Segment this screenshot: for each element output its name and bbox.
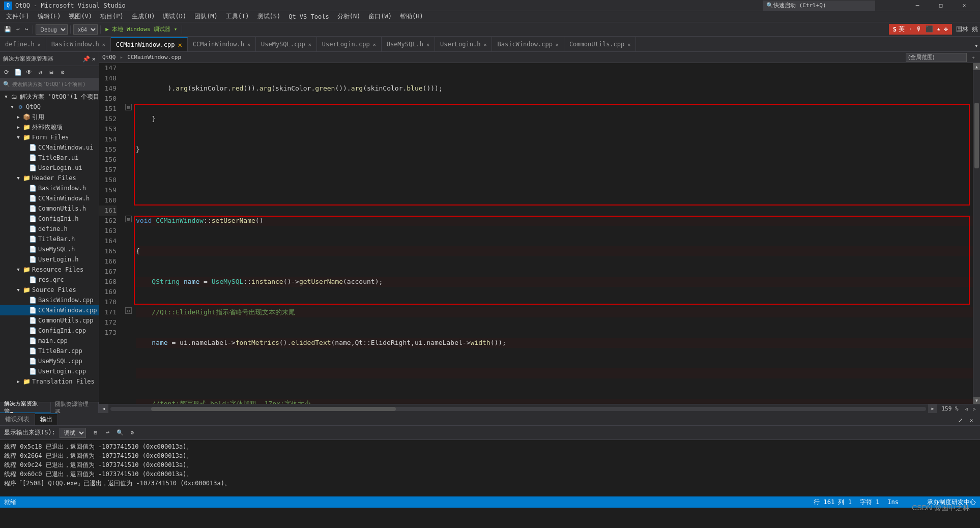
tab-close-usemysql-h[interactable]: ✕: [426, 42, 429, 47]
output-find-btn[interactable]: 🔍: [114, 427, 126, 438]
scroll-thumb[interactable]: [974, 103, 979, 168]
menu-project[interactable]: 项目(P): [96, 11, 128, 22]
tab-ccmainwindow-cpp[interactable]: CCMainWindow.cpp ✕: [111, 37, 188, 51]
tab-close-userlogin-cpp[interactable]: ✕: [373, 42, 376, 47]
menu-qt[interactable]: Qt VS Tools: [284, 12, 333, 21]
tab-close-basicwindow-h[interactable]: ✕: [102, 42, 105, 47]
tree-userlogin-ui[interactable]: 📄 UserLogin.ui: [0, 163, 99, 173]
tab-overflow[interactable]: ▾: [972, 40, 980, 51]
tree-ccmainwindow-ui[interactable]: 📄 CCMainWindow.ui: [0, 142, 99, 153]
menu-window[interactable]: 窗口(W): [364, 11, 396, 22]
expand-header-files[interactable]: ▼: [14, 174, 22, 182]
tree-res-qrc[interactable]: 📄 res.qrc: [0, 275, 99, 285]
menu-view[interactable]: 视图(V): [65, 11, 96, 22]
hscroll-right-btn[interactable]: ▶: [928, 404, 937, 414]
tree-form-files[interactable]: ▼ 📁 Form Files: [0, 132, 99, 142]
output-settings-btn[interactable]: ⚙: [127, 427, 138, 438]
menu-analyze[interactable]: 分析(N): [333, 11, 365, 22]
tree-basicwindow-h[interactable]: 📄 BasicWindow.h: [0, 183, 99, 193]
tree-userlogin-h[interactable]: 📄 UserLogin.h: [0, 254, 99, 265]
scroll-down-btn[interactable]: ▼: [973, 397, 981, 404]
output-wrap-btn[interactable]: ↩: [102, 427, 113, 438]
expand-qtqq[interactable]: ▼: [8, 103, 16, 111]
sidebar-sync-btn[interactable]: ⟳: [1, 67, 12, 78]
hscroll-track[interactable]: [110, 407, 926, 411]
collapse-function1[interactable]: ⊟: [125, 104, 132, 110]
menu-build[interactable]: 生成(B): [128, 11, 159, 22]
toolbar-redo[interactable]: ↪: [23, 24, 31, 35]
bottom-panel-close-btn[interactable]: ✕: [967, 416, 976, 425]
code-content[interactable]: ).arg(skinColor.red()).arg(skinColor.gre…: [134, 63, 973, 404]
tab-userlogin-h[interactable]: UserLogin.h ✕: [435, 37, 493, 51]
sidebar-show-all-btn[interactable]: 👁: [23, 67, 35, 78]
expand-source-files[interactable]: ▼: [14, 286, 22, 294]
tree-configini-cpp[interactable]: 📄 ConfigIni.cpp: [0, 326, 99, 336]
tree-usemysql-cpp[interactable]: 📄 UseMySQL.cpp: [0, 356, 99, 366]
tree-titlebar-cpp[interactable]: 📄 TitleBar.cpp: [0, 346, 99, 356]
collapse-function3[interactable]: ⊟: [125, 307, 132, 314]
sidebar-refresh-btn[interactable]: ↺: [35, 67, 46, 78]
prev-change-btn[interactable]: ◁: [963, 405, 970, 413]
expand-solution[interactable]: ▼: [2, 93, 10, 101]
tree-titlebar-ui[interactable]: 📄 TitleBar.ui: [0, 153, 99, 163]
tree-source-files[interactable]: ▼ 📁 Source Files: [0, 285, 99, 295]
tab-close-commonutils-cpp[interactable]: ✕: [627, 42, 630, 47]
minimize-button[interactable]: ─: [906, 0, 929, 11]
hscroll-thumb[interactable]: [151, 407, 396, 411]
tree-userlogin-cpp[interactable]: 📄 UserLogin.cpp: [0, 366, 99, 376]
collapse-function2[interactable]: ⊟: [125, 216, 132, 222]
platform-dropdown[interactable]: x64: [73, 24, 98, 35]
tab-close-define-h[interactable]: ✕: [38, 42, 41, 47]
tab-close-ccmainwindow-h[interactable]: ✕: [247, 42, 250, 47]
sidebar-tab-solution[interactable]: 解决方案资源管…: [0, 402, 51, 414]
tree-commonutils-h[interactable]: 📄 CommonUtils.h: [0, 203, 99, 214]
output-source-select[interactable]: 调试: [60, 428, 86, 438]
tree-project-qtqq[interactable]: ▼ ⚙ QtQQ: [0, 102, 99, 112]
menu-file[interactable]: 文件(F): [2, 11, 34, 22]
toolbar-undo[interactable]: ↩: [14, 24, 22, 35]
scroll-up-btn[interactable]: ▲: [973, 63, 981, 70]
expand-references[interactable]: ▶: [14, 113, 22, 121]
tab-commonutils-cpp[interactable]: CommonUtils.cpp ✕: [564, 37, 636, 51]
tree-resource-files[interactable]: ▼ 📁 Resource Files: [0, 265, 99, 275]
sidebar-search[interactable]: 🔍 搜索解决方案'QtQQ'(1个项目): [0, 78, 99, 91]
tab-ccmainwindow-h[interactable]: CCMainWindow.h ✕: [188, 37, 256, 51]
bottom-tab-output[interactable]: 输出: [35, 414, 58, 425]
tab-userlogin-cpp[interactable]: UserLogin.cpp ✕: [317, 37, 382, 51]
tree-translation-files[interactable]: ▶ 📁 Translation Files: [0, 376, 99, 387]
tab-usemysql-h[interactable]: UseMySQL.h ✕: [382, 37, 435, 51]
next-change-btn[interactable]: ▷: [971, 405, 978, 413]
tab-close-usemysql-cpp[interactable]: ✕: [308, 42, 311, 47]
tab-basicwindow-h[interactable]: BasicWindow.h ✕: [46, 37, 111, 51]
menu-tools[interactable]: 工具(T): [222, 11, 253, 22]
tab-close-userlogin-h[interactable]: ✕: [483, 42, 486, 47]
tree-define-h[interactable]: 📄 define.h: [0, 224, 99, 234]
close-button[interactable]: ✕: [953, 0, 976, 11]
debug-config-dropdown[interactable]: Debug: [36, 24, 68, 35]
expand-form-files[interactable]: ▼: [14, 133, 22, 141]
tree-titlebar-h[interactable]: 📄 TitleBar.h: [0, 234, 99, 244]
tree-basicwindow-cpp[interactable]: 📄 BasicWindow.cpp: [0, 295, 99, 305]
expand-external-deps[interactable]: ▶: [14, 123, 22, 131]
sidebar-new-solution-btn[interactable]: 📄: [12, 67, 23, 78]
title-search[interactable]: 🔍 快速启动 (Ctrl+Q): [763, 1, 875, 11]
expand-translation-files[interactable]: ▶: [14, 377, 22, 386]
tree-commonutils-cpp[interactable]: 📄 CommonUtils.cpp: [0, 315, 99, 326]
sogou-input[interactable]: S 英 · 🎙 ⬛ ★ ✤: [889, 24, 952, 35]
scope-filter[interactable]: [906, 53, 967, 62]
sidebar-close-icon[interactable]: ✕: [92, 55, 96, 63]
sidebar-properties-btn[interactable]: ⚙: [57, 67, 68, 78]
tab-usemysql-cpp[interactable]: UseMySQL.cpp ✕: [256, 37, 317, 51]
sidebar-pin-icon[interactable]: 📌: [82, 55, 90, 63]
toolbar-save[interactable]: 💾: [2, 24, 13, 35]
tree-header-files[interactable]: ▼ 📁 Header Files: [0, 173, 99, 183]
output-clear-btn[interactable]: ⊟: [90, 427, 101, 438]
run-button[interactable]: ▶ 本地 Windows 调试器 ▾: [103, 24, 179, 35]
tree-solution[interactable]: ▼ 🗂 解决方案 'QtQQ'(1 个项目): [0, 92, 99, 102]
vertical-scrollbar[interactable]: ▲ ▼: [973, 63, 980, 404]
menu-debug[interactable]: 调试(D): [159, 11, 190, 22]
tree-references[interactable]: ▶ 📦 引用: [0, 112, 99, 122]
bottom-tab-errors[interactable]: 错误列表: [0, 414, 35, 425]
tab-define-h[interactable]: define.h ✕: [0, 37, 46, 51]
menu-test[interactable]: 测试(S): [253, 11, 285, 22]
